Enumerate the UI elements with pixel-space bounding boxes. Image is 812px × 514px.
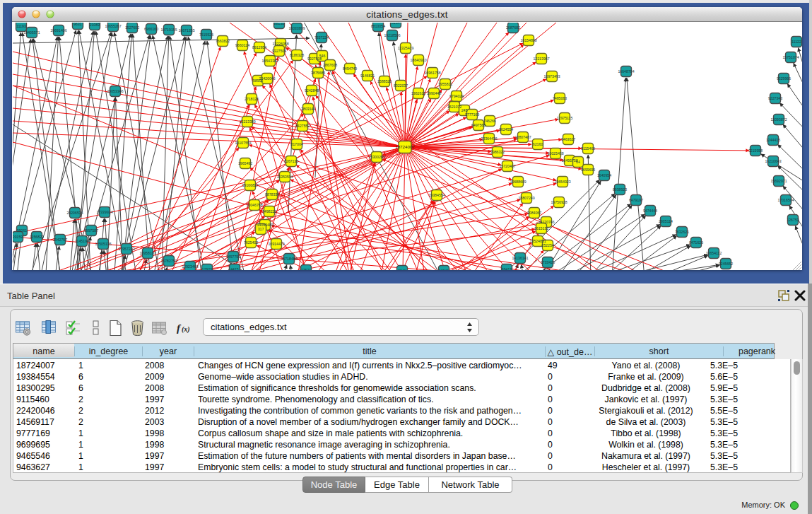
svg-text:7357224: 7357224 — [314, 35, 329, 40]
svg-text:6794024: 6794024 — [449, 94, 464, 98]
svg-text:1145194: 1145194 — [75, 239, 89, 243]
svg-text:8841: 8841 — [398, 269, 406, 270]
svg-text:8912954: 8912954 — [252, 45, 266, 49]
svg-text:12213389: 12213389 — [239, 119, 255, 124]
svg-text:99413: 99413 — [502, 267, 512, 270]
svg-text:9457791: 9457791 — [226, 255, 240, 259]
svg-text:6479197: 6479197 — [629, 198, 643, 202]
svg-text:(x): (x) — [182, 325, 190, 334]
svg-text:252254: 252254 — [541, 243, 553, 247]
svg-text:317: 317 — [258, 227, 264, 231]
svg-text:10807487: 10807487 — [514, 135, 531, 139]
svg-text:16210643: 16210643 — [765, 159, 781, 163]
svg-text:19166827: 19166827 — [242, 183, 258, 187]
svg-text:88130: 88130 — [274, 23, 285, 25]
svg-text:3498222: 3498222 — [262, 209, 276, 214]
svg-text:64: 64 — [576, 160, 580, 164]
svg-text:15720407: 15720407 — [499, 164, 515, 168]
svg-text:7625402: 7625402 — [244, 240, 258, 245]
svg-text:12923: 12923 — [202, 267, 213, 270]
svg-text:546: 546 — [319, 54, 326, 58]
svg-text:8813054: 8813054 — [371, 24, 385, 28]
svg-text:1621072: 1621072 — [447, 105, 461, 109]
svg-text:9084067: 9084067 — [527, 211, 541, 215]
svg-text:16961758: 16961758 — [424, 71, 440, 75]
svg-text:10973493: 10973493 — [543, 74, 560, 78]
svg-text:1640954: 1640954 — [597, 173, 611, 177]
svg-text:8471626: 8471626 — [689, 240, 703, 245]
svg-text:8454749: 8454749 — [343, 66, 357, 71]
svg-text:15692971: 15692971 — [770, 179, 787, 183]
svg-text:1965492: 1965492 — [238, 161, 252, 165]
svg-text:9227343: 9227343 — [768, 96, 782, 100]
svg-text:15718485: 15718485 — [281, 257, 297, 261]
svg-text:10958107: 10958107 — [139, 251, 155, 255]
svg-text:18807249: 18807249 — [518, 196, 534, 200]
svg-text:10719155: 10719155 — [160, 28, 177, 32]
svg-text:3875685: 3875685 — [311, 71, 325, 75]
svg-text:9660124: 9660124 — [235, 43, 249, 47]
svg-text:25300285: 25300285 — [368, 155, 384, 159]
svg-text:9115460: 9115460 — [581, 146, 595, 151]
svg-text:17957223: 17957223 — [118, 247, 134, 251]
svg-text:23420046: 23420046 — [259, 76, 275, 81]
svg-text:9699695: 9699695 — [581, 168, 595, 172]
svg-text:8267130: 8267130 — [284, 159, 298, 163]
svg-text:16154808: 16154808 — [520, 38, 536, 42]
svg-text:1615132: 1615132 — [534, 226, 548, 230]
svg-text:f: f — [177, 322, 182, 334]
svg-text:20691406: 20691406 — [50, 28, 66, 33]
svg-text:2935114: 2935114 — [659, 219, 673, 223]
svg-text:8134: 8134 — [392, 23, 400, 25]
svg-text:19405571: 19405571 — [23, 30, 40, 35]
svg-text:10688609: 10688609 — [510, 180, 526, 184]
svg-text:817004: 817004 — [290, 142, 302, 146]
svg-text:16107554: 16107554 — [235, 141, 251, 145]
svg-text:16782759: 16782759 — [160, 259, 177, 263]
svg-text:8427552: 8427552 — [295, 124, 310, 128]
svg-text:20206536: 20206536 — [66, 211, 83, 215]
svg-text:126753: 126753 — [787, 218, 799, 222]
svg-text:21083: 21083 — [90, 23, 100, 27]
svg-text:7485063: 7485063 — [553, 96, 567, 100]
svg-text:3624554: 3624554 — [499, 127, 513, 132]
svg-text:12213967: 12213967 — [533, 57, 549, 61]
svg-text:29053346: 29053346 — [107, 89, 123, 93]
svg-text:16543382: 16543382 — [261, 59, 278, 63]
svg-text:12975115: 12975115 — [557, 116, 573, 120]
svg-text:8322037: 8322037 — [394, 83, 408, 88]
svg-text:12505135: 12505135 — [95, 242, 111, 246]
svg-text:9463627: 9463627 — [561, 137, 575, 141]
svg-text:18724007: 18724007 — [395, 144, 415, 149]
svg-text:9777169: 9777169 — [465, 112, 479, 117]
svg-text:7986322: 7986322 — [490, 150, 505, 154]
svg-text:10655267: 10655267 — [105, 24, 121, 28]
svg-text:1588520: 1588520 — [377, 79, 392, 83]
svg-text:2867608: 2867608 — [323, 63, 337, 67]
svg-text:19218506: 19218506 — [384, 33, 400, 37]
svg-text:7663822: 7663822 — [216, 39, 230, 43]
svg-text:13226058: 13226058 — [272, 42, 288, 46]
svg-text:1990448: 1990448 — [427, 91, 441, 95]
svg-text:9474444: 9474444 — [643, 209, 657, 213]
svg-text:19654923: 19654923 — [554, 180, 570, 184]
svg-text:9242848: 9242848 — [305, 88, 319, 93]
svg-text:77521: 77521 — [301, 268, 312, 270]
svg-text:10654112: 10654112 — [706, 251, 722, 255]
svg-text:11325419: 11325419 — [398, 46, 414, 50]
svg-text:8938923: 8938923 — [613, 187, 627, 192]
svg-text:17016504: 17016504 — [777, 198, 794, 202]
svg-text:11193: 11193 — [16, 24, 26, 28]
svg-text:14120746: 14120746 — [538, 220, 554, 224]
svg-text:10046768: 10046768 — [246, 203, 262, 207]
svg-text:7632621: 7632621 — [675, 230, 689, 234]
svg-text:35061: 35061 — [17, 228, 28, 233]
svg-text:6497568: 6497568 — [471, 123, 486, 127]
svg-text:12093872: 12093872 — [770, 117, 787, 122]
svg-text:8186328: 8186328 — [290, 53, 304, 57]
svg-text:16033809: 16033809 — [288, 26, 305, 30]
svg-text:1733426: 1733426 — [541, 260, 555, 264]
svg-text:9631: 9631 — [73, 23, 82, 26]
svg-text:12923468: 12923468 — [182, 264, 198, 269]
svg-text:11353594: 11353594 — [277, 175, 293, 179]
